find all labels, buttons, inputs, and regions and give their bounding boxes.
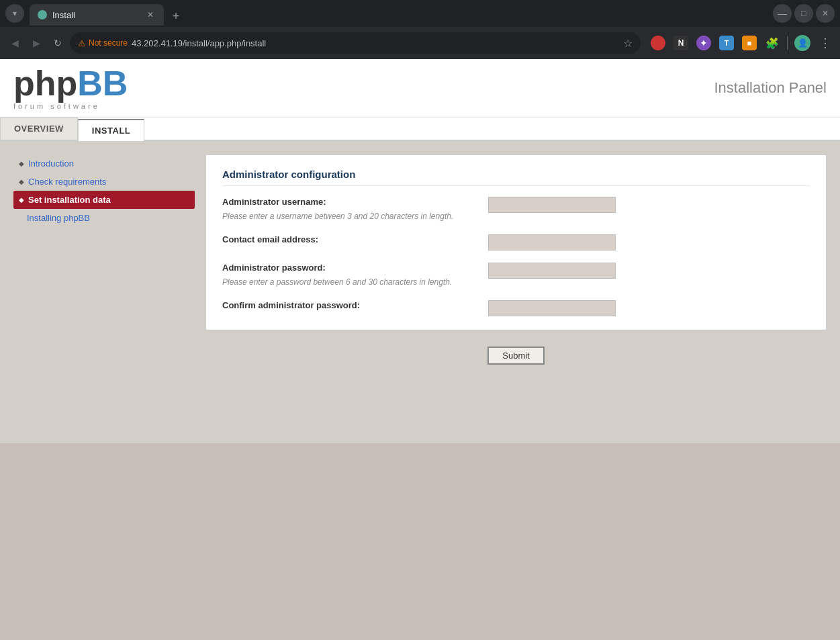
browser-toolbar-icons: N ✦ T ■ 🧩 👤 ⋮ (649, 34, 835, 52)
submit-area: Submit (205, 341, 827, 370)
security-indicator: ⚠ Not secure (78, 38, 128, 48)
tab-overview[interactable]: OVERVIEW (0, 118, 78, 140)
chrome-menu-button[interactable]: ⋮ (816, 34, 835, 52)
contact-email-row: Contact email address: (222, 234, 810, 250)
browser-window-controls: ▾ (5, 4, 24, 23)
toolbar-divider (787, 36, 788, 50)
section-title: Administrator configuration (222, 169, 810, 186)
main-tabs: OVERVIEW INSTALL (0, 118, 840, 141)
maximize-button[interactable]: □ (794, 4, 813, 23)
browser-chrome: ▾ Install ✕ + — □ ✕ ◀ ▶ ↻ ⚠ Not secure (0, 0, 840, 59)
sidebar-item-set-installation-data[interactable]: ◆ Set installation data (13, 191, 195, 209)
set-installation-data-link[interactable]: Set installation data (28, 195, 111, 205)
form-container: Administrator configuration Administrato… (205, 154, 827, 430)
logo-main: phpBB (13, 66, 128, 101)
sparkle-icon[interactable]: ✦ (694, 34, 713, 52)
admin-username-row: Administrator username: Please enter a u… (222, 197, 810, 222)
email-label: Contact email address: (222, 234, 477, 244)
password-hint: Please enter a password between 6 and 30… (222, 277, 452, 287)
active-bullet-icon: ◆ (19, 196, 24, 203)
tab-close-button[interactable]: ✕ (145, 9, 156, 20)
back-button[interactable]: ◀ (5, 34, 24, 52)
new-tab-button[interactable]: + (167, 7, 185, 26)
page-content: phpBB forum software Installation Panel … (0, 59, 840, 616)
admin-password-input[interactable] (488, 263, 616, 279)
close-button[interactable]: ✕ (816, 4, 835, 23)
username-label-col: Administrator username: Please enter a u… (222, 197, 477, 222)
confirm-password-input[interactable] (488, 300, 616, 316)
sidebar: ◆ Introduction ◆ Check requirements ◆ Se… (13, 154, 195, 430)
logo-bb-text: BB (77, 64, 128, 103)
minimize-button[interactable]: — (773, 4, 792, 23)
confirm-password-label: Confirm administrator password: (222, 300, 477, 310)
username-input-col (488, 197, 810, 213)
bullet-icon: ◆ (19, 178, 24, 185)
sidebar-item-check-requirements[interactable]: ◆ Check requirements (13, 173, 195, 191)
email-label-col: Contact email address: (222, 234, 477, 247)
reload-button[interactable]: ↻ (48, 34, 67, 52)
star-icon[interactable]: ☆ (623, 37, 633, 50)
browser-tab-install[interactable]: Install ✕ (30, 4, 164, 26)
navigation-bar: ◀ ▶ ↻ ⚠ Not secure 43.202.41.19/install/… (0, 27, 840, 59)
logo-subtext: forum software (13, 102, 100, 110)
contact-email-input[interactable] (488, 234, 616, 250)
warning-icon: ⚠ (78, 38, 86, 48)
password-label-col: Administrator password: Please enter a p… (222, 263, 477, 288)
notion-icon[interactable]: N (671, 34, 690, 52)
sidebar-item-introduction[interactable]: ◆ Introduction (13, 154, 195, 173)
submit-button[interactable]: Submit (487, 347, 544, 365)
puzzle-icon[interactable]: 🧩 (763, 34, 782, 52)
tab-install[interactable]: INSTALL (78, 119, 144, 141)
password-label: Administrator password: (222, 263, 477, 273)
confirm-password-row: Confirm administrator password: (222, 300, 810, 316)
username-hint: Please enter a username between 3 and 20… (222, 212, 453, 221)
introduction-link[interactable]: Introduction (28, 158, 74, 169)
security-label: Not secure (89, 38, 128, 48)
password-input-col (488, 263, 810, 279)
bullet-icon: ◆ (19, 160, 24, 167)
confirm-password-label-col: Confirm administrator password: (222, 300, 477, 313)
extension-square-icon[interactable]: ■ (740, 34, 759, 52)
forward-button[interactable]: ▶ (27, 34, 46, 52)
check-requirements-link[interactable]: Check requirements (28, 177, 106, 187)
installation-panel-title: Installation Panel (714, 79, 827, 97)
username-label: Administrator username: (222, 197, 477, 207)
phpbb-logo: phpBB forum software (13, 66, 128, 110)
logo-container: phpBB forum software (13, 66, 128, 110)
tab-favicon (38, 10, 47, 19)
extension-red-icon[interactable] (649, 34, 667, 52)
window-action-controls: — □ ✕ (773, 4, 835, 23)
translation-icon[interactable]: T (717, 34, 736, 52)
window-tab-dropdown[interactable]: ▾ (5, 4, 24, 23)
phpbb-header: phpBB forum software Installation Panel (0, 59, 840, 118)
main-area: ◆ Introduction ◆ Check requirements ◆ Se… (0, 141, 840, 443)
email-input-col (488, 234, 810, 250)
admin-password-row: Administrator password: Please enter a p… (222, 263, 810, 288)
address-bar[interactable]: ⚠ Not secure 43.202.41.19/install/app.ph… (70, 32, 641, 54)
confirm-password-input-col (488, 300, 810, 316)
user-avatar[interactable]: 👤 (793, 34, 812, 52)
admin-username-input[interactable] (488, 197, 616, 213)
admin-config-section: Administrator configuration Administrato… (205, 154, 827, 330)
logo-php-text: php (13, 64, 77, 103)
installing-phpbb-link[interactable]: Installing phpBB (27, 213, 90, 223)
address-url: 43.202.41.19/install/app.php/install (132, 38, 266, 48)
tab-title: Install (52, 10, 75, 20)
browser-titlebar: ▾ Install ✕ + — □ ✕ (0, 0, 840, 27)
sidebar-item-installing-phpbb[interactable]: Installing phpBB (13, 209, 195, 227)
tab-bar: Install ✕ + (30, 1, 767, 26)
